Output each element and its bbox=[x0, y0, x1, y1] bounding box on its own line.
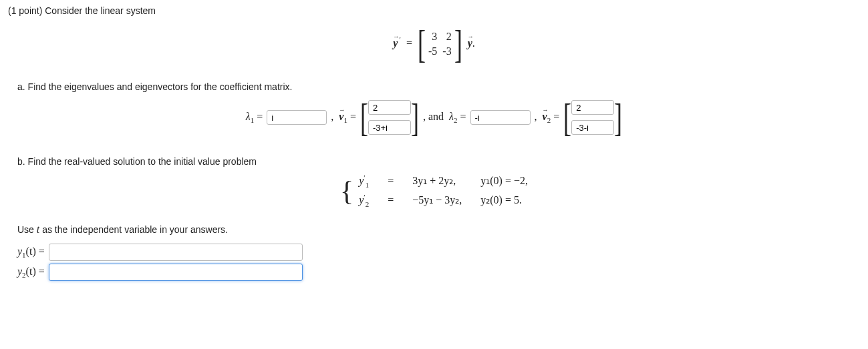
m-r1c0: -5 bbox=[428, 46, 437, 57]
ivp-r2-lhs: y′2 bbox=[359, 193, 369, 208]
and-text: , and λ2 = bbox=[423, 111, 466, 124]
m-r0c1: 2 bbox=[446, 31, 452, 42]
y1-answer-row: y1(t) = bbox=[17, 244, 860, 261]
comma-v1: , v1 = bbox=[331, 111, 356, 124]
ivp-r1-rhs: 3y₁ + 2y₂, bbox=[412, 174, 462, 187]
ivp-r1-lhs: y′1 bbox=[359, 173, 369, 189]
part-b-text: b. Find the real-valued solution to the … bbox=[17, 156, 860, 167]
part-b-label: b. bbox=[17, 156, 25, 167]
lambda2-input[interactable] bbox=[470, 110, 531, 125]
ivp-r2-eq: = bbox=[388, 194, 394, 206]
y1-label: y1(t) = bbox=[17, 246, 45, 259]
ivp-r1-ic: y₁(0) = −2, bbox=[480, 174, 528, 187]
ivp-r2-ic: y₂(0) = 5. bbox=[480, 194, 528, 206]
y2-input[interactable] bbox=[49, 264, 303, 281]
part-a-prompt: Find the eigenvalues and eigenvectors fo… bbox=[28, 81, 293, 92]
system-equation: y ′ = [ 3 -5 2 -3 ] y. bbox=[8, 25, 860, 63]
y2-label: y2(t) = bbox=[17, 266, 45, 279]
problem-header: (1 point) Consider the linear system bbox=[8, 5, 860, 16]
part-a-text: a. Find the eigenvalues and eigenvectors… bbox=[17, 81, 860, 92]
vec-y-lhs: y bbox=[393, 37, 398, 49]
eigen-row: λ1 = , v1 = [ ] , and λ2 = , v2 = [ ] bbox=[8, 99, 860, 136]
problem-prompt: Consider the linear system bbox=[45, 5, 156, 16]
y2-answer-row: y2(t) = bbox=[17, 264, 860, 281]
v1-top-input[interactable] bbox=[368, 100, 411, 115]
comma-v2: , v2 = bbox=[535, 111, 560, 124]
points-label: (1 point) bbox=[8, 5, 42, 16]
ivp-system: { y′1 = 3y₁ + 2y₂, y₁(0) = −2, y′2 = −5y… bbox=[8, 173, 860, 208]
part-b-note: Use t as the independent variable in you… bbox=[17, 224, 860, 236]
v2-top-input[interactable] bbox=[571, 100, 614, 115]
vec-y-rhs: y bbox=[468, 37, 472, 49]
m-r0c0: 3 bbox=[432, 31, 437, 42]
part-b-prompt: Find the real-valued solution to the ini… bbox=[28, 156, 257, 167]
ivp-r1-eq: = bbox=[388, 175, 394, 187]
ivp-r2-rhs: −5y₁ − 3y₂, bbox=[412, 194, 462, 206]
v2-bot-input[interactable] bbox=[571, 120, 614, 135]
lambda1-label: λ1 = bbox=[246, 111, 263, 124]
y1-input[interactable] bbox=[49, 244, 303, 261]
m-r1c1: -3 bbox=[442, 46, 451, 57]
lambda1-input[interactable] bbox=[267, 110, 327, 125]
part-a-label: a. bbox=[17, 81, 25, 92]
v1-bot-input[interactable] bbox=[368, 120, 411, 135]
